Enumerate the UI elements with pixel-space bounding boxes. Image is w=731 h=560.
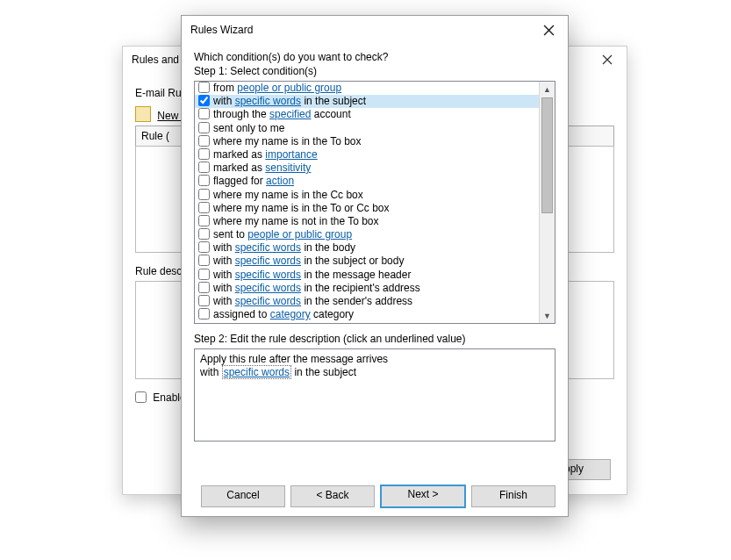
wizard-footer: Cancel < Back Next > Finish bbox=[182, 476, 568, 516]
condition-link[interactable]: specific words bbox=[235, 95, 301, 107]
condition-text: where my name is in the Cc box bbox=[213, 189, 363, 201]
condition-text: sent only to me bbox=[213, 122, 284, 134]
condition-row[interactable]: with specific words in the body bbox=[195, 241, 540, 255]
condition-text: account bbox=[311, 108, 350, 120]
condition-text: category bbox=[311, 308, 354, 320]
condition-checkbox[interactable] bbox=[198, 82, 210, 93]
condition-row[interactable]: sent only to me bbox=[195, 122, 540, 135]
finish-button[interactable]: Finish bbox=[471, 485, 555, 507]
condition-checkbox[interactable] bbox=[198, 122, 210, 133]
condition-link[interactable]: specific words bbox=[235, 295, 301, 307]
step2-label: Step 2: Edit the rule description (click… bbox=[194, 333, 555, 345]
bg-close-button[interactable] bbox=[587, 47, 627, 73]
condition-text: in the message header bbox=[301, 269, 411, 281]
condition-text: with bbox=[213, 269, 235, 281]
close-icon bbox=[543, 25, 555, 36]
specific-words-link[interactable]: specific words bbox=[222, 365, 291, 379]
condition-checkbox[interactable] bbox=[198, 282, 210, 293]
condition-row[interactable]: with specific words in the recipient's a… bbox=[195, 282, 540, 295]
condition-link[interactable]: specified bbox=[269, 108, 311, 120]
condition-text: with bbox=[213, 241, 235, 254]
condition-checkbox[interactable] bbox=[198, 162, 210, 173]
condition-text: from bbox=[213, 82, 237, 94]
conditions-listbox[interactable]: from people or public groupwith specific… bbox=[194, 81, 555, 324]
condition-row[interactable]: with specific words in the subject or bo… bbox=[195, 255, 540, 268]
condition-link[interactable]: action bbox=[266, 175, 294, 187]
condition-checkbox[interactable] bbox=[198, 255, 210, 266]
condition-checkbox[interactable] bbox=[198, 215, 210, 226]
condition-text: marked as bbox=[213, 162, 265, 174]
condition-checkbox[interactable] bbox=[198, 135, 210, 147]
condition-link[interactable]: people or public group bbox=[237, 82, 341, 94]
condition-text: where my name is not in the To box bbox=[213, 215, 379, 227]
condition-row[interactable]: flagged for action bbox=[195, 175, 540, 188]
condition-text: flagged for bbox=[213, 175, 266, 187]
wizard-titlebar: Rules Wizard bbox=[182, 16, 568, 44]
bg-title: Rules and A bbox=[132, 47, 189, 73]
desc-pre: with bbox=[200, 366, 222, 378]
condition-checkbox[interactable] bbox=[198, 308, 210, 319]
condition-row[interactable]: where my name is not in the To box bbox=[195, 215, 540, 228]
desc-post: in the subject bbox=[291, 366, 356, 378]
condition-link[interactable]: category bbox=[270, 308, 311, 320]
cancel-button[interactable]: Cancel bbox=[201, 485, 285, 507]
condition-row[interactable]: with specific words in the message heade… bbox=[195, 269, 540, 282]
condition-row[interactable]: marked as sensitivity bbox=[195, 162, 540, 175]
condition-checkbox[interactable] bbox=[198, 295, 210, 306]
new-rule-icon bbox=[135, 106, 151, 122]
condition-text: with bbox=[213, 295, 235, 307]
condition-checkbox[interactable] bbox=[198, 108, 210, 119]
condition-row[interactable]: with specific words in the sender's addr… bbox=[195, 295, 540, 308]
condition-checkbox[interactable] bbox=[198, 95, 210, 106]
condition-link[interactable]: sensitivity bbox=[265, 162, 311, 174]
condition-text: through the bbox=[213, 108, 269, 120]
condition-checkbox[interactable] bbox=[198, 241, 210, 253]
condition-text: where my name is in the To or Cc box bbox=[213, 202, 390, 214]
condition-link[interactable]: specific words bbox=[235, 282, 301, 294]
wizard-question: Which condition(s) do you want to check? bbox=[194, 51, 555, 63]
condition-text: marked as bbox=[213, 148, 265, 161]
condition-row[interactable]: marked as importance bbox=[195, 148, 540, 162]
condition-row[interactable]: where my name is in the To or Cc box bbox=[195, 202, 540, 215]
condition-text: sent to bbox=[213, 228, 247, 241]
scrollbar[interactable]: ▲ ▼ bbox=[539, 82, 555, 323]
back-button[interactable]: < Back bbox=[290, 485, 375, 507]
condition-checkbox[interactable] bbox=[198, 202, 210, 213]
condition-text: with bbox=[213, 95, 235, 107]
desc-line-1: Apply this rule after the message arrive… bbox=[200, 353, 549, 366]
condition-checkbox[interactable] bbox=[198, 175, 210, 186]
condition-row[interactable]: where my name is in the To box bbox=[195, 135, 540, 148]
condition-row[interactable]: sent to people or public group bbox=[195, 228, 540, 241]
condition-checkbox[interactable] bbox=[198, 148, 210, 160]
condition-link[interactable]: importance bbox=[265, 148, 317, 161]
condition-text: in the recipient's address bbox=[301, 282, 420, 294]
wizard-close-button[interactable] bbox=[529, 16, 568, 44]
rules-wizard-dialog: Rules Wizard Which condition(s) do you w… bbox=[181, 15, 569, 517]
condition-link[interactable]: specific words bbox=[235, 269, 301, 281]
close-icon bbox=[602, 54, 613, 65]
condition-link[interactable]: specific words bbox=[235, 241, 301, 254]
wizard-title: Rules Wizard bbox=[190, 24, 253, 36]
condition-text: in the sender's address bbox=[301, 295, 412, 307]
condition-text: in the subject bbox=[301, 95, 366, 107]
scroll-down-icon[interactable]: ▼ bbox=[540, 308, 555, 323]
enable-rules-checkbox[interactable]: Enable bbox=[135, 391, 186, 404]
condition-checkbox[interactable] bbox=[198, 189, 210, 200]
condition-row[interactable]: from people or public group bbox=[195, 82, 540, 95]
condition-link[interactable]: people or public group bbox=[247, 228, 352, 241]
condition-text: with bbox=[213, 255, 235, 267]
condition-row[interactable]: assigned to category category bbox=[195, 308, 540, 321]
condition-text: with bbox=[213, 282, 235, 294]
condition-text: in the subject or body bbox=[301, 255, 404, 267]
condition-checkbox[interactable] bbox=[198, 228, 210, 240]
scroll-thumb[interactable] bbox=[541, 97, 553, 213]
condition-link[interactable]: specific words bbox=[235, 255, 301, 267]
scroll-up-icon[interactable]: ▲ bbox=[540, 82, 555, 97]
condition-checkbox[interactable] bbox=[198, 269, 210, 280]
condition-row[interactable]: through the specified account bbox=[195, 108, 540, 121]
next-button[interactable]: Next > bbox=[380, 485, 466, 508]
rule-description-box[interactable]: Apply this rule after the message arrive… bbox=[194, 348, 555, 442]
condition-row[interactable]: with specific words in the subject bbox=[195, 95, 540, 108]
step1-label: Step 1: Select condition(s) bbox=[194, 65, 555, 77]
condition-row[interactable]: where my name is in the Cc box bbox=[195, 189, 540, 202]
